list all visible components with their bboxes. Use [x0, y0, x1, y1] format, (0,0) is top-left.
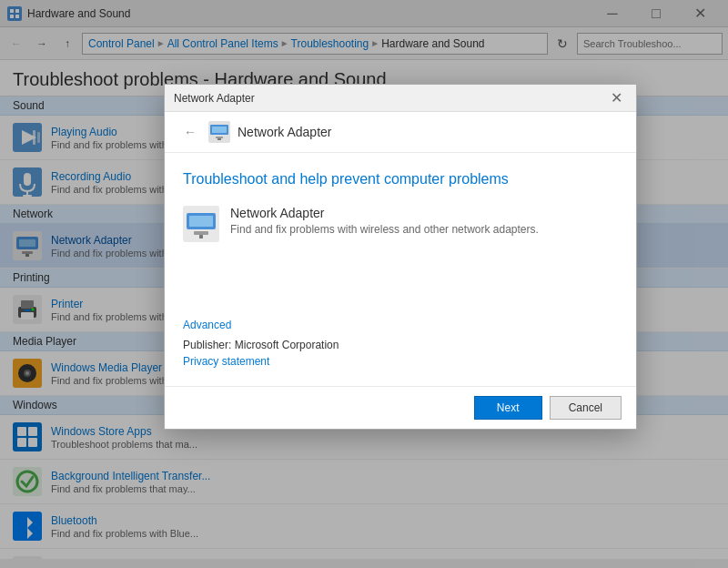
next-button[interactable]: Next: [474, 396, 542, 420]
svg-rect-62: [189, 216, 213, 227]
modal-body: Troubleshoot and help prevent computer p…: [165, 153, 636, 309]
modal-dialog: Network Adapter ✕ ← Network Adapter Trou…: [164, 84, 637, 430]
modal-item-title: Network Adapter: [230, 206, 539, 220]
modal-footer-buttons: Next Cancel: [165, 386, 636, 429]
modal-item-desc: Find and fix problems with wireless and …: [230, 223, 539, 236]
modal-header-title: Network Adapter: [238, 125, 332, 139]
modal-back-button[interactable]: ←: [179, 121, 201, 143]
modal-titlebar: Network Adapter ✕: [165, 85, 636, 112]
svg-rect-58: [216, 137, 223, 138]
modal-close-button[interactable]: ✕: [605, 87, 627, 109]
publisher-value: Microsoft Corporation: [235, 339, 339, 351]
modal-item-row: Network Adapter Find and fix problems wi…: [183, 206, 618, 242]
modal-item-icon: [183, 206, 219, 242]
svg-rect-57: [212, 127, 227, 133]
publisher-label: Publisher:: [183, 339, 231, 351]
svg-rect-64: [199, 235, 203, 238]
privacy-statement-link[interactable]: Privacy statement: [183, 355, 269, 368]
modal-headline: Troubleshoot and help prevent computer p…: [183, 171, 618, 188]
cancel-button[interactable]: Cancel: [550, 396, 622, 420]
svg-rect-59: [217, 138, 221, 140]
modal-footer-links: Advanced Publisher: Microsoft Corporatio…: [165, 309, 636, 377]
advanced-link[interactable]: Advanced: [183, 319, 231, 331]
modal-title: Network Adapter: [174, 92, 255, 105]
modal-header: ← Network Adapter: [165, 112, 636, 153]
modal-overlay[interactable]: Network Adapter ✕ ← Network Adapter Trou…: [0, 0, 728, 559]
modal-header-icon: [208, 121, 230, 143]
svg-rect-63: [194, 231, 208, 235]
modal-publisher: Publisher: Microsoft Corporation: [183, 339, 618, 351]
